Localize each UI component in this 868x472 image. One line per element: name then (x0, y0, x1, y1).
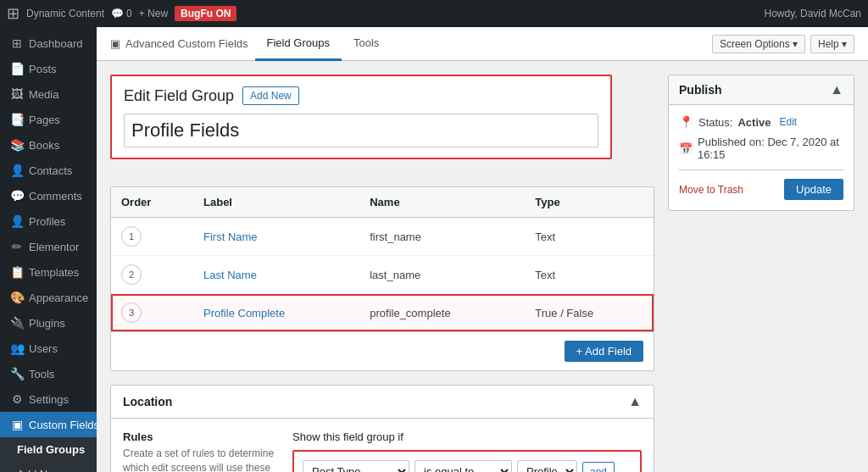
wp-logo-icon: ⊞ (7, 4, 19, 23)
rules-row: Post Type Page Template User Form Taxono… (303, 460, 632, 472)
sidebar-item-label: Dashboard (29, 37, 83, 50)
publish-date: 📅 Published on: Dec 7, 2020 at 16:15 (679, 136, 843, 161)
published-label: Published on: Dec 7, 2020 at 16:15 (698, 136, 843, 161)
location-metabox: Location ▲ Rules Create a set of rules t… (110, 385, 654, 472)
col-order: Order (111, 187, 193, 218)
add-new-button[interactable]: Add New (242, 86, 299, 105)
screen-options-button[interactable]: Screen Options ▾ (712, 35, 805, 53)
submenu-label: Add New (17, 468, 62, 472)
field-type: Text (525, 218, 654, 256)
main-content: ▣ Advanced Custom Fields Field Groups To… (97, 27, 868, 472)
field-label: First Name (193, 218, 359, 256)
add-field-row: + Add Field (111, 331, 654, 370)
table-row: 1 First Name first_name Text (111, 218, 654, 256)
publish-toggle-icon: ▲ (830, 82, 843, 97)
sidebar-item-users[interactable]: 👥 Users (0, 336, 97, 361)
publish-status: 📍 Status: Active Edit (679, 115, 843, 129)
dashboard-icon: ⊞ (10, 36, 24, 50)
sidebar-item-posts[interactable]: 📄 Posts (0, 56, 97, 81)
adminbar-site[interactable]: Dynamic Content (26, 8, 104, 19)
sidebar-item-label: Books (29, 139, 59, 152)
sidebar-item-custom-fields[interactable]: ▣ Custom Fields (0, 412, 97, 437)
sidebar-item-plugins[interactable]: 🔌 Plugins (0, 310, 97, 336)
sidebar-item-settings[interactable]: ⚙ Settings (0, 386, 97, 412)
add-field-button[interactable]: + Add Field (565, 341, 643, 362)
help-button[interactable]: Help ▾ (810, 35, 854, 53)
adminbar-bugfu[interactable]: BugFu ON (175, 6, 236, 21)
rules-label: Rules (123, 430, 275, 443)
field-name: last_name (359, 256, 525, 294)
col-name: Name (359, 187, 525, 218)
tab-field-groups[interactable]: Field Groups (255, 27, 342, 61)
field-label-link[interactable]: Profile Complete (203, 307, 285, 319)
field-label-link[interactable]: First Name (203, 230, 258, 243)
location-toggle-icon: ▲ (628, 394, 642, 409)
order-circle: 1 (121, 226, 142, 247)
rule-condition3-select[interactable]: Profile Post Page User (517, 460, 577, 472)
table-row: 2 Last Name last_name Text (111, 256, 654, 294)
sidebar-item-label: Elementor (29, 241, 79, 253)
field-group-name-input[interactable] (124, 114, 598, 147)
site-name: Dynamic Content (26, 8, 104, 19)
sidebar-item-media[interactable]: 🖼 Media (0, 81, 97, 107)
sidebar-item-books[interactable]: 📚 Books (0, 132, 97, 158)
order-circle: 2 (121, 264, 142, 285)
sidebar-item-label: Custom Fields (29, 419, 97, 431)
sidebar: ⊞ Dashboard 📄 Posts 🖼 Media 📑 Pages 📚 Bo… (0, 27, 97, 472)
location-title: Location (123, 395, 172, 408)
status-edit-link[interactable]: Edit (780, 116, 798, 128)
edit-field-group-section: Edit Field Group Add New (110, 75, 654, 173)
submenu-add-new[interactable]: Add New (0, 462, 97, 472)
and-button[interactable]: and (582, 462, 615, 473)
sidebar-item-label: Contacts (29, 164, 72, 177)
sidebar-item-tools[interactable]: 🔧 Tools (0, 361, 97, 386)
custom-fields-icon: ▣ (10, 418, 24, 431)
location-metabox-header[interactable]: Location ▲ (111, 386, 654, 419)
adminbar-new[interactable]: + New (139, 8, 168, 19)
sidebar-item-templates[interactable]: 📋 Templates (0, 259, 97, 285)
sidebar-item-comments[interactable]: 💬 Comments (0, 183, 97, 208)
sidebar-item-appearance[interactable]: 🎨 Appearance (0, 285, 97, 310)
tab-tools[interactable]: Tools (342, 27, 391, 61)
publish-metabox: Publish ▲ 📍 Status: Active Edit 📅 Publis… (668, 75, 854, 211)
field-label: Profile Complete (193, 294, 359, 332)
rule-condition2-select[interactable]: is equal to is not equal to (415, 460, 512, 472)
field-type: Text (525, 256, 654, 294)
sidebar-item-pages[interactable]: 📑 Pages (0, 107, 97, 132)
tools-icon: 🔧 (10, 367, 24, 380)
adminbar-user-greeting: Howdy, David McCan (765, 8, 861, 19)
submenu-field-groups[interactable]: Field Groups (0, 437, 97, 462)
adminbar-comments[interactable]: 💬 0 (111, 8, 132, 19)
sidebar-item-contacts[interactable]: 👤 Contacts (0, 158, 97, 183)
field-label-link[interactable]: Last Name (203, 269, 257, 281)
plugin-title: ▣ Advanced Custom Fields (110, 37, 248, 50)
sidebar-item-label: Profiles (29, 215, 65, 228)
plugin-icon: ▣ (110, 37, 120, 50)
elementor-icon: ✏ (10, 240, 24, 253)
field-order: 3 (111, 294, 193, 332)
field-type: True / False (525, 294, 654, 332)
rule-condition1-select[interactable]: Post Type Page Template User Form Taxono… (303, 460, 409, 472)
sidebar-item-profiles[interactable]: 👤 Profiles (0, 208, 97, 234)
col-label: Label (193, 187, 359, 218)
posts-icon: 📄 (10, 62, 24, 75)
edit-field-group-title: Edit Field Group (124, 87, 234, 105)
sidebar-item-label: Comments (29, 190, 82, 203)
sidebar-item-label: Posts (29, 63, 57, 75)
comments-icon: 💬 (10, 189, 24, 203)
status-value: Active (737, 116, 771, 129)
settings-icon: ⚙ (10, 392, 24, 406)
sidebar-item-label: Settings (29, 393, 69, 406)
update-button[interactable]: Update (784, 179, 843, 200)
order-circle: 3 (121, 303, 142, 323)
appearance-icon: 🎨 (10, 291, 24, 304)
sidebar-item-elementor[interactable]: ✏ Elementor (0, 234, 97, 259)
admin-bar: ⊞ Dynamic Content 💬 0 + New BugFu ON How… (0, 0, 868, 27)
tab-label: Tools (353, 36, 379, 49)
move-to-trash-link[interactable]: Move to Trash (679, 184, 743, 196)
publish-header[interactable]: Publish ▲ (669, 75, 854, 105)
fields-table-wrapper: Order Label Name Type 1 First Name first… (110, 186, 654, 371)
plugins-icon: 🔌 (10, 316, 24, 330)
sidebar-item-dashboard[interactable]: ⊞ Dashboard (0, 31, 97, 56)
profiles-icon: 👤 (10, 214, 24, 228)
